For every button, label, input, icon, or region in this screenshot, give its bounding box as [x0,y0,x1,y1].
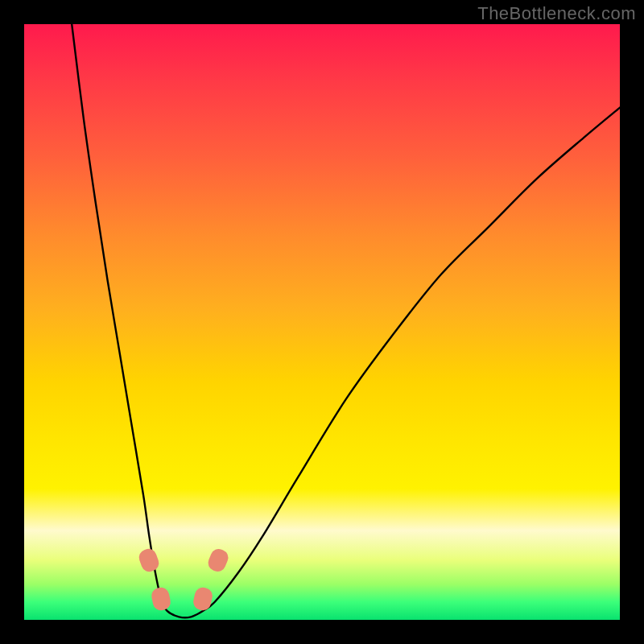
bottleneck-curve [72,24,620,617]
chart-stage: TheBottleneck.com [0,0,644,644]
watermark-label: TheBottleneck.com [477,3,636,24]
curve-svg [24,24,620,620]
plot-area [24,24,620,620]
